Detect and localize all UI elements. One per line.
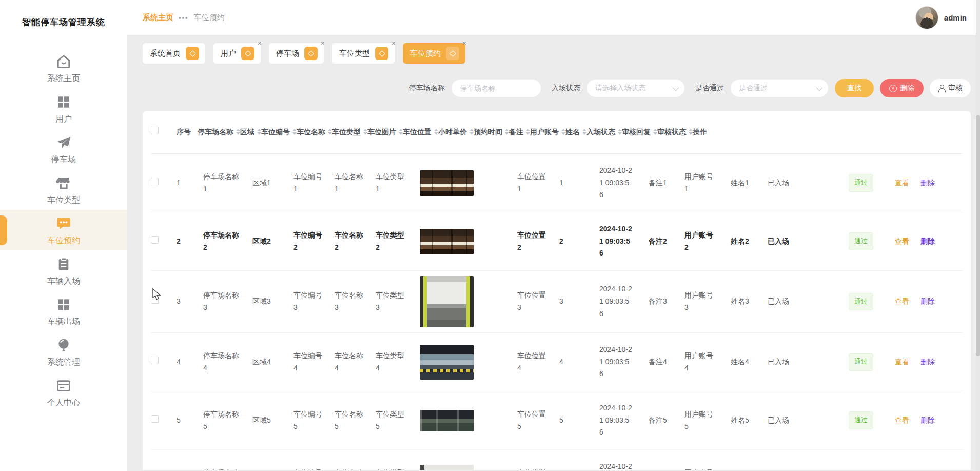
column-header[interactable]: 停车场名称: [198, 126, 240, 138]
column-header[interactable]: 小时单价: [438, 126, 474, 138]
parking-spot-photo[interactable]: [420, 410, 474, 431]
table-row[interactable]: 6 停车场名称6 区域6 车位编号6 车位名称6 车位类型6 车位位置6 6 2…: [151, 450, 963, 470]
view-link[interactable]: 查看: [895, 416, 909, 424]
sidebar-item[interactable]: 用户: [0, 88, 127, 129]
column-header[interactable]: 车位名称: [297, 126, 332, 138]
column-header[interactable]: 姓名: [565, 126, 586, 138]
sort-icon[interactable]: [236, 129, 240, 135]
sidebar-item[interactable]: 车辆出场: [0, 291, 127, 331]
column-header[interactable]: 区域: [240, 126, 261, 138]
audit-status-cell: 通过: [849, 411, 895, 429]
sort-icon[interactable]: [526, 129, 530, 135]
sort-icon[interactable]: [257, 129, 261, 135]
sidebar-item[interactable]: 个人中心: [0, 372, 127, 413]
table-row[interactable]: 3 停车场名称3 区域3 车位编号3 车位名称3 车位类型3 车位位置3 3 2…: [151, 271, 963, 333]
spot-code-cell: 车位编号1: [293, 171, 335, 195]
sort-icon[interactable]: [689, 129, 693, 135]
breadcrumb-home[interactable]: 系统主页: [143, 13, 173, 23]
column-header[interactable]: 车位编号: [261, 126, 297, 138]
tab-close-icon[interactable]: ×: [391, 40, 396, 47]
user-avatar[interactable]: [915, 6, 938, 29]
sort-icon[interactable]: [363, 129, 367, 135]
sort-icon[interactable]: [561, 129, 565, 135]
sidebar-item[interactable]: 车辆入场: [0, 250, 127, 291]
column-header[interactable]: 备注: [509, 126, 530, 138]
topbar: 系统主页 ••• 车位预约 admin: [127, 0, 980, 35]
sidebar: 智能停车场管理系统 系统主页: [0, 0, 127, 471]
parking-name-input[interactable]: [451, 79, 541, 97]
parking-spot-photo[interactable]: [420, 345, 474, 380]
tab-close-icon[interactable]: ×: [462, 40, 466, 47]
sort-icon[interactable]: [292, 129, 297, 135]
column-header[interactable]: 车位类型: [332, 126, 367, 138]
row-checkbox[interactable]: [151, 296, 159, 304]
entry-status-select[interactable]: 请选择入场状态: [586, 79, 685, 97]
delete-link[interactable]: 删除: [920, 416, 935, 424]
sort-icon[interactable]: [434, 129, 438, 135]
scrollbar-thumb[interactable]: [976, 115, 980, 356]
tab-chip[interactable]: 车位类型 ×: [332, 43, 395, 64]
sidebar-item[interactable]: 系统主页: [0, 48, 127, 88]
select-all-checkbox[interactable]: [151, 127, 159, 134]
view-link[interactable]: 查看: [895, 297, 909, 305]
tab-chip[interactable]: 停车场 ×: [269, 43, 324, 64]
row-checkbox[interactable]: [151, 178, 159, 185]
parking-spot-photo[interactable]: [420, 229, 474, 254]
audit-button[interactable]: 审核: [930, 79, 971, 97]
user-menu[interactable]: admin: [915, 6, 967, 29]
remark-cell: 备注1: [649, 177, 684, 189]
sort-icon[interactable]: [399, 129, 403, 135]
pass-select[interactable]: 是否通过: [730, 79, 829, 97]
main-area: 系统主页 ••• 车位预约 admin 系统首页 × 用户 × 停车场 × 车位…: [127, 0, 980, 471]
tab-chip[interactable]: 用户 ×: [213, 43, 261, 64]
user-name-cell: 姓名1: [731, 177, 768, 189]
delete-link[interactable]: 删除: [920, 179, 935, 187]
parking-spot-photo[interactable]: [420, 465, 474, 470]
view-link[interactable]: 查看: [895, 179, 909, 187]
parking-spot-photo[interactable]: [420, 170, 474, 196]
delete-button[interactable]: ×删除: [880, 79, 924, 97]
spot-photo-cell: [420, 276, 517, 327]
column-header[interactable]: 审核状态: [657, 126, 693, 138]
tab-close-icon[interactable]: ×: [321, 40, 325, 47]
search-button[interactable]: 查找: [835, 79, 874, 97]
parking-spot-photo[interactable]: [420, 276, 474, 327]
sidebar-item[interactable]: 车位类型: [0, 169, 127, 210]
view-link[interactable]: 查看: [895, 237, 909, 245]
tab-close-icon[interactable]: ×: [258, 40, 262, 47]
column-header[interactable]: 入场状态: [586, 126, 622, 138]
delete-link[interactable]: 删除: [920, 358, 935, 366]
tab-chip[interactable]: 系统首页 ×: [143, 43, 205, 64]
sidebar-item[interactable]: 系统管理: [0, 331, 127, 372]
sort-icon[interactable]: [505, 129, 509, 135]
view-link[interactable]: 查看: [895, 358, 909, 366]
column-header-label: 备注: [509, 126, 523, 138]
user-account-cell: 用户账号1: [684, 171, 731, 195]
sort-icon[interactable]: [582, 129, 586, 135]
row-checkbox[interactable]: [151, 357, 159, 364]
vertical-scrollbar[interactable]: [976, 0, 980, 471]
sort-icon[interactable]: [469, 129, 474, 135]
delete-link[interactable]: 删除: [920, 297, 935, 305]
delete-link[interactable]: 删除: [920, 237, 935, 245]
column-header[interactable]: 用户账号: [530, 126, 565, 138]
user-name-cell: 姓名4: [731, 356, 768, 368]
column-header[interactable]: 车位图片: [367, 126, 403, 138]
sort-icon[interactable]: [653, 129, 657, 135]
tab-chip[interactable]: 车位预约 ×: [403, 43, 465, 64]
table-row[interactable]: 1 停车场名称1 区域1 车位编号1 车位名称1 车位类型1 车位位置1 1 2…: [151, 154, 963, 212]
row-checkbox[interactable]: [151, 236, 159, 244]
column-header[interactable]: 车位位置: [403, 126, 438, 138]
sidebar-item[interactable]: 车位预约: [0, 210, 127, 250]
column-header[interactable]: 审核回复: [622, 126, 657, 138]
sort-icon[interactable]: [618, 129, 622, 135]
sort-icon[interactable]: [328, 129, 332, 135]
column-header[interactable]: 序号: [177, 126, 198, 138]
table-row[interactable]: 4 停车场名称4 区域4 车位编号4 车位名称4 车位类型4 车位位置4 4 2…: [151, 333, 963, 391]
sidebar-item[interactable]: 停车场: [0, 129, 127, 169]
table-row[interactable]: 2 停车场名称2 区域2 车位编号2 车位名称2 车位类型2 车位位置2 2 2…: [151, 212, 963, 271]
column-header[interactable]: 操作: [693, 126, 714, 138]
column-header[interactable]: 预约时间: [474, 126, 509, 138]
table-row[interactable]: 5 停车场名称5 区域5 车位编号5 车位名称5 车位类型5 车位位置5 5 2…: [151, 391, 963, 450]
row-checkbox[interactable]: [151, 415, 159, 423]
